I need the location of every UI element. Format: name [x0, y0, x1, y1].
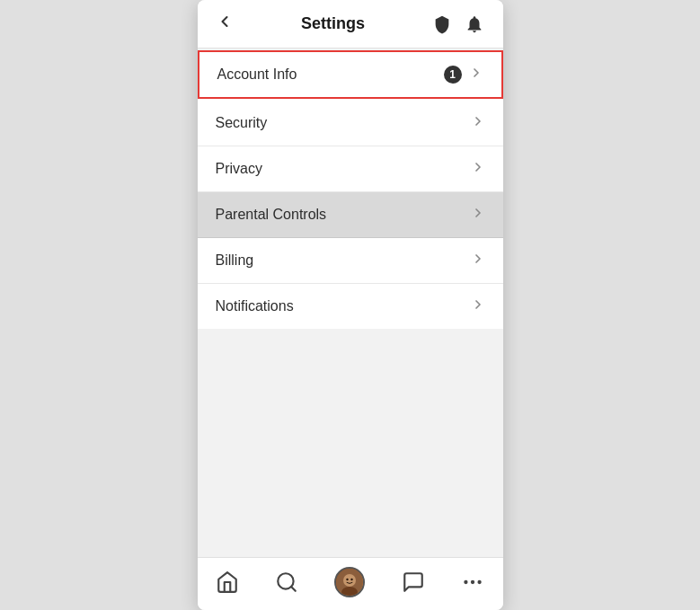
parental-controls-label: Parental Controls	[216, 207, 327, 223]
security-label: Security	[216, 115, 268, 131]
svg-point-3	[343, 574, 356, 587]
notifications-chevron	[471, 297, 485, 315]
nav-home[interactable]	[216, 570, 239, 594]
svg-point-6	[351, 579, 353, 580]
notifications-label: Notifications	[216, 298, 294, 314]
billing-chevron	[471, 252, 485, 270]
menu-item-billing[interactable]: Billing	[198, 238, 503, 284]
privacy-chevron	[471, 160, 485, 178]
bottom-nav	[198, 557, 503, 610]
menu-item-account-info[interactable]: Account Info 1	[198, 50, 503, 99]
account-info-badge: 1	[444, 66, 462, 84]
svg-point-9	[478, 580, 482, 584]
header-icons	[432, 14, 484, 34]
header: Settings	[198, 0, 503, 49]
svg-point-8	[471, 580, 474, 584]
menu-item-left: Privacy	[216, 161, 262, 177]
svg-point-5	[347, 579, 349, 580]
nav-chat[interactable]	[402, 570, 425, 594]
bell-icon[interactable]	[465, 14, 484, 34]
phone-screen: Settings Account Info 1	[198, 0, 503, 610]
page-title: Settings	[301, 14, 365, 33]
parental-controls-chevron	[471, 206, 485, 224]
avatar	[334, 567, 365, 597]
account-info-chevron	[469, 66, 483, 84]
account-info-label: Account Info	[217, 66, 297, 83]
nav-more[interactable]	[461, 570, 484, 594]
menu-item-privacy[interactable]: Privacy	[198, 146, 503, 192]
svg-point-7	[465, 580, 468, 584]
nav-search[interactable]	[275, 570, 298, 594]
menu-item-security[interactable]: Security	[198, 101, 503, 146]
security-chevron	[471, 114, 485, 132]
settings-menu: Account Info 1 Security	[198, 50, 503, 329]
billing-label: Billing	[216, 252, 254, 269]
menu-item-left: Billing	[216, 252, 254, 269]
menu-item-left: Security	[216, 115, 268, 131]
svg-line-1	[291, 587, 296, 591]
menu-item-left: Parental Controls	[216, 207, 327, 223]
shield-icon[interactable]	[432, 14, 452, 34]
nav-avatar[interactable]	[334, 567, 365, 597]
menu-item-left: Notifications	[216, 298, 294, 314]
menu-item-notifications[interactable]: Notifications	[198, 284, 503, 329]
menu-item-parental-controls[interactable]: Parental Controls	[198, 192, 503, 238]
menu-item-left: Account Info	[217, 66, 297, 83]
back-button[interactable]	[216, 13, 234, 35]
privacy-label: Privacy	[216, 161, 262, 177]
